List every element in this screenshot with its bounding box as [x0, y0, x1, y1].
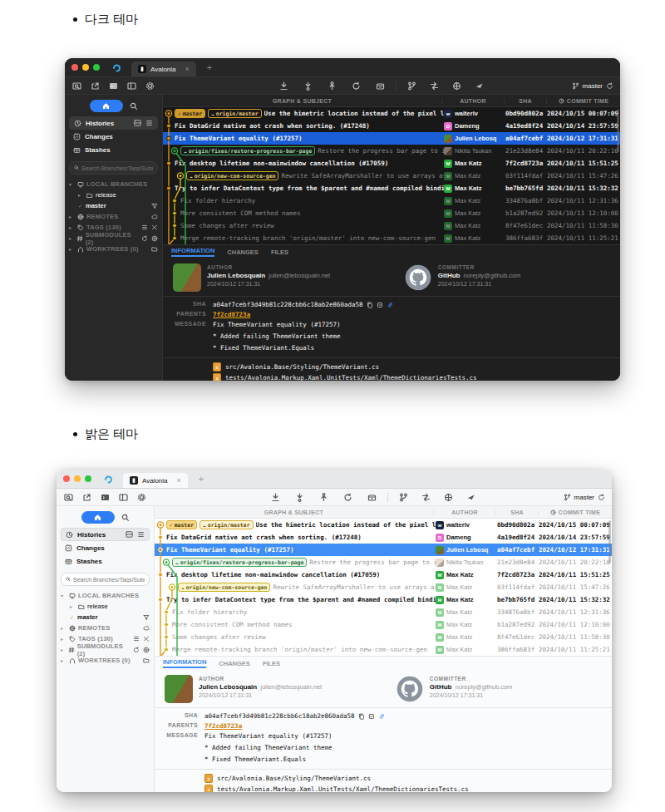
- prune-icon[interactable]: [143, 636, 150, 642]
- commit-row[interactable]: Fix DataGrid native aot crash when sorti…: [155, 531, 612, 544]
- branch-ref-badge[interactable]: ☁origin/fixes/restore-progress-bar-page: [180, 146, 315, 155]
- column-author[interactable]: AUTHOR: [441, 98, 504, 104]
- tree-section-submodules[interactable]: ▸ SUBMODULES (2): [61, 644, 150, 655]
- fetch-icon[interactable]: [278, 81, 289, 91]
- share-icon[interactable]: [81, 492, 92, 503]
- layout-horizontal-icon[interactable]: [134, 120, 141, 126]
- pull-icon[interactable]: [303, 81, 313, 91]
- branch-ref-badge[interactable]: ☁origin/fixes/restore-progress-bar-page: [172, 558, 307, 567]
- branch-search-input[interactable]: [81, 165, 153, 171]
- zoom-window-button[interactable]: [85, 475, 91, 482]
- sync-icon[interactable]: [351, 81, 362, 91]
- add-submodule-icon[interactable]: [151, 235, 158, 242]
- settings-icon[interactable]: [136, 492, 147, 503]
- commit-row[interactable]: ✓master☁origin/master Use the himetric l…: [163, 107, 620, 120]
- new-tab-button[interactable]: +: [207, 62, 212, 72]
- layout-horizontal-icon[interactable]: [126, 531, 133, 538]
- clean-icon[interactable]: [474, 81, 485, 91]
- commit-row[interactable]: Merge remote-tracking branch 'origin/mas…: [163, 232, 620, 244]
- tree-section-remotes[interactable]: ▸ REMOTES: [61, 623, 150, 633]
- tree-item-master[interactable]: ✓ master: [69, 200, 158, 211]
- link-icon[interactable]: [378, 713, 386, 720]
- tree-section-worktrees[interactable]: ▸ WORKTREES (0): [69, 244, 158, 254]
- tab-close-icon[interactable]: ×: [177, 476, 181, 485]
- column-graph-subject[interactable]: GRAPH & SUBJECT: [155, 509, 433, 515]
- branch-ref-badge[interactable]: ☁origin/new-com-source-gen: [186, 171, 278, 180]
- compare-icon[interactable]: [421, 492, 431, 503]
- commit-row[interactable]: ☁origin/fixes/restore-progress-bar-page …: [163, 145, 620, 157]
- list-view-icon[interactable]: [141, 224, 148, 230]
- search-icon[interactable]: [130, 102, 138, 111]
- zoom-window-button[interactable]: [93, 64, 100, 71]
- tree-item-release[interactable]: ▸ release: [61, 601, 150, 612]
- commit-row[interactable]: Some changes after review M Max Katz 8f4…: [155, 631, 612, 643]
- branch-search-input[interactable]: [73, 577, 145, 583]
- commit-row[interactable]: ☁origin/new-com-source-gen Rewrite SafeA…: [155, 581, 612, 593]
- filter-icon[interactable]: [143, 614, 150, 621]
- terminal-icon[interactable]: [108, 81, 119, 91]
- tab-files[interactable]: FILES: [263, 660, 280, 667]
- prune-icon[interactable]: [151, 224, 158, 230]
- commit-row[interactable]: Fix folder hierarchy M Max Katz 334876a8…: [163, 194, 620, 207]
- repository-tab[interactable]: ▮ Avalonia ×: [123, 473, 188, 488]
- home-button[interactable]: [90, 100, 123, 112]
- sidebar-item-histories[interactable]: Histories: [69, 116, 158, 130]
- parent-sha-link[interactable]: 7f2cd8723a: [213, 311, 250, 318]
- copy-icon[interactable]: [367, 302, 373, 308]
- tree-section-local-branches[interactable]: ▾ LOCAL BRANCHES: [69, 179, 158, 189]
- branch-icon[interactable]: [406, 81, 417, 91]
- tree-item-master[interactable]: ✓ master: [61, 612, 150, 623]
- sidebar-item-histories[interactable]: Histories: [61, 528, 150, 541]
- filter-icon[interactable]: [151, 203, 158, 209]
- copy-short-icon[interactable]: [377, 302, 383, 308]
- refresh-icon[interactable]: [133, 647, 140, 653]
- vertical-scrollbar[interactable]: [608, 520, 611, 563]
- changed-file-row[interactable]: ± src/Avalonia.Base/Styling/ThemeVariant…: [163, 362, 620, 372]
- open-repo-icon[interactable]: [71, 81, 82, 91]
- tab-files[interactable]: FILES: [271, 249, 288, 256]
- layout-list-icon[interactable]: [137, 531, 145, 538]
- branch-icon[interactable]: [398, 492, 409, 503]
- tree-section-submodules[interactable]: ▸ SUBMODULES (2): [69, 233, 158, 244]
- minimize-window-button[interactable]: [82, 64, 89, 71]
- add-submodule-icon[interactable]: [143, 647, 150, 653]
- open-repo-icon[interactable]: [63, 492, 74, 503]
- push-icon[interactable]: [327, 81, 337, 91]
- sidebar-item-stashes[interactable]: Stashes: [69, 144, 158, 156]
- vertical-scrollbar[interactable]: [617, 109, 619, 152]
- terminal-icon[interactable]: [100, 492, 111, 503]
- link-icon[interactable]: [387, 302, 394, 308]
- tree-section-local-branches[interactable]: ▾ LOCAL BRANCHES: [61, 590, 150, 601]
- column-author[interactable]: AUTHOR: [433, 509, 495, 515]
- compare-icon[interactable]: [429, 81, 440, 91]
- commit-row[interactable]: ☁origin/fixes/restore-progress-bar-page …: [155, 556, 612, 568]
- commit-row[interactable]: Fix ThemeVariant equality (#17257) Julie…: [163, 132, 620, 145]
- sync-icon[interactable]: [342, 492, 353, 503]
- commit-row[interactable]: Fix ThemeVariant equality (#17257) Julie…: [155, 544, 612, 556]
- list-view-icon[interactable]: [133, 636, 140, 642]
- changed-file-row[interactable]: ± tests/Avalonia.Markup.Xaml.UnitTests/X…: [163, 372, 620, 381]
- refresh-icon[interactable]: [141, 235, 148, 242]
- app-launcher-icon[interactable]: [102, 473, 114, 485]
- branch-search-box[interactable]: [69, 161, 158, 175]
- share-icon[interactable]: [90, 81, 101, 91]
- sidebar-item-stashes[interactable]: Stashes: [61, 555, 150, 568]
- column-commit-time[interactable]: COMMIT TIME: [546, 98, 620, 104]
- clean-icon[interactable]: [466, 492, 476, 503]
- branch-ref-badge[interactable]: ✓master: [166, 520, 197, 529]
- archive-icon[interactable]: [443, 492, 454, 503]
- parent-sha-link[interactable]: 7f2cd8723a: [204, 722, 242, 730]
- settings-icon[interactable]: [145, 81, 155, 91]
- layout-icon[interactable]: [126, 81, 137, 91]
- layout-icon[interactable]: [118, 492, 129, 503]
- close-window-button[interactable]: [71, 64, 78, 71]
- column-sha[interactable]: SHA: [504, 98, 546, 104]
- copy-short-icon[interactable]: [368, 713, 375, 720]
- commit-row[interactable]: More consistent COM method names M Max K…: [163, 207, 620, 219]
- stash-icon[interactable]: [375, 81, 386, 91]
- changed-file-row[interactable]: ± src/Avalonia.Base/Styling/ThemeVariant…: [155, 773, 612, 784]
- commit-row[interactable]: Try to infer DataContext type from the $…: [163, 182, 620, 194]
- cloud-add-icon[interactable]: [143, 625, 150, 631]
- commit-row[interactable]: Some changes after review M Max Katz 8f4…: [163, 219, 620, 232]
- tab-close-icon[interactable]: ×: [185, 65, 190, 73]
